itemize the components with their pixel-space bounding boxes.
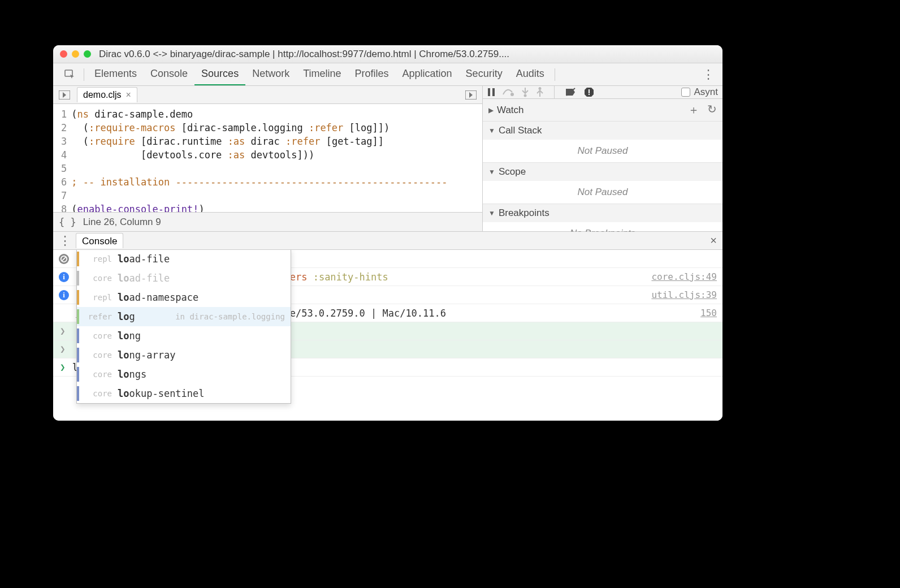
- callstack-section: ▼ Call Stack Not Paused: [483, 122, 722, 163]
- file-tab-name: demo.cljs: [83, 90, 122, 100]
- drawer-tab-console[interactable]: Console: [76, 233, 123, 248]
- block-icon: [59, 254, 69, 264]
- log-source-link[interactable]: core.cljs:49: [651, 271, 717, 282]
- info-icon: i: [59, 290, 69, 300]
- autocomplete-namespace: core: [85, 367, 112, 382]
- refresh-icon[interactable]: ↻: [707, 102, 717, 118]
- tab-profiles[interactable]: Profiles: [348, 63, 396, 85]
- chevron-down-icon: ▼: [488, 209, 495, 217]
- step-into-icon[interactable]: [521, 87, 529, 97]
- autocomplete-namespace: core: [85, 328, 112, 343]
- autocomplete-name: longs: [118, 367, 146, 382]
- pause-on-exceptions-icon[interactable]: [584, 87, 594, 97]
- autocomplete-namespace: core: [85, 271, 112, 286]
- devtools-window: Dirac v0.6.0 <-> binaryage/dirac-sample …: [53, 45, 722, 421]
- autocomplete-namespace: refer: [85, 309, 112, 324]
- svg-point-6: [524, 94, 527, 97]
- autocomplete-bar: [77, 271, 79, 286]
- autocomplete-bar: [77, 252, 79, 266]
- file-tab[interactable]: demo.cljs ×: [77, 87, 137, 102]
- content-split: demo.cljs × 123456789 (ns dirac-sample.d…: [53, 86, 722, 232]
- chevron-down-icon: ▼: [488, 168, 495, 176]
- autocomplete-item[interactable]: corelong-array: [77, 345, 291, 365]
- autocomplete-item[interactable]: corelookup-sentinel: [77, 384, 291, 403]
- log-source-link[interactable]: util.cljs:39: [651, 289, 717, 300]
- chevron-right-icon: ▶: [488, 106, 494, 114]
- autocomplete-hint: in dirac-sample.logging: [175, 309, 285, 324]
- window-title: Dirac v0.6.0 <-> binaryage/dirac-sample …: [99, 49, 509, 60]
- autocomplete-item[interactable]: referlogin dirac-sample.logging: [77, 307, 291, 326]
- autocomplete-item[interactable]: corelongs: [77, 365, 291, 384]
- scope-header[interactable]: ▼ Scope: [483, 163, 722, 181]
- tab-console[interactable]: Console: [144, 63, 194, 85]
- console-drawer: ⋮ Console × replload-filecoreload-filere…: [53, 232, 722, 421]
- sources-panel: demo.cljs × 123456789 (ns dirac-sample.d…: [53, 86, 483, 231]
- watch-section: ▶ Watch ＋ ↻: [483, 99, 722, 122]
- scope-body: Not Paused: [483, 181, 722, 204]
- run-snippet-icon[interactable]: [463, 90, 479, 100]
- watch-label: Watch: [497, 105, 524, 116]
- kebab-menu-icon[interactable]: ⋮: [694, 67, 722, 82]
- autocomplete-item[interactable]: replload-file: [77, 250, 291, 269]
- autocomplete-name: log: [118, 309, 135, 324]
- close-icon[interactable]: ×: [126, 90, 131, 100]
- debugger-sidebar: Asynt ▶ Watch ＋ ↻ ▼ Call Stack No: [483, 86, 722, 231]
- autocomplete-item[interactable]: replload-namespace: [77, 288, 291, 307]
- pause-icon[interactable]: [487, 88, 495, 97]
- autocomplete-namespace: repl: [85, 290, 112, 305]
- navigator-toggle-icon[interactable]: [57, 90, 72, 100]
- svg-rect-3: [488, 88, 490, 96]
- breakpoints-header[interactable]: ▼ Breakpoints: [483, 204, 722, 222]
- minimize-window-button[interactable]: [72, 50, 79, 58]
- main-tabs: ElementsConsoleSourcesNetworkTimelinePro…: [88, 63, 551, 85]
- editor-status-bar: { } Line 26, Column 9: [53, 212, 482, 231]
- autocomplete-item[interactable]: corelong: [77, 326, 291, 345]
- step-out-icon[interactable]: [536, 87, 544, 97]
- log-source-link[interactable]: 150: [700, 308, 717, 318]
- watch-header[interactable]: ▶ Watch ＋ ↻: [483, 99, 722, 121]
- autocomplete-bar: [77, 386, 79, 401]
- add-watch-icon[interactable]: ＋: [688, 102, 699, 118]
- tab-sources[interactable]: Sources: [194, 63, 245, 85]
- svg-rect-4: [492, 88, 495, 96]
- tab-elements[interactable]: Elements: [88, 63, 144, 85]
- step-over-icon[interactable]: [502, 88, 514, 97]
- source-tabs-bar: demo.cljs ×: [53, 86, 482, 104]
- tab-security[interactable]: Security: [459, 63, 509, 85]
- kebab-menu-icon[interactable]: ⋮: [59, 234, 76, 248]
- async-checkbox[interactable]: Asynt: [681, 87, 718, 98]
- traffic-lights: [60, 50, 91, 58]
- autocomplete-namespace: core: [85, 348, 112, 362]
- tab-timeline[interactable]: Timeline: [296, 63, 348, 85]
- zoom-window-button[interactable]: [84, 50, 91, 58]
- svg-rect-10: [589, 94, 590, 95]
- scope-section: ▼ Scope Not Paused: [483, 163, 722, 204]
- async-label: Asynt: [694, 87, 718, 98]
- autocomplete-item[interactable]: coreload-file: [77, 269, 291, 288]
- tab-audits[interactable]: Audits: [509, 63, 551, 85]
- close-icon[interactable]: ×: [710, 234, 717, 247]
- callstack-header[interactable]: ▼ Call Stack: [483, 122, 722, 140]
- toolbar-divider: [555, 68, 555, 81]
- tab-network[interactable]: Network: [245, 63, 296, 85]
- autocomplete-name: long-array: [118, 348, 175, 362]
- svg-point-7: [539, 87, 542, 90]
- code-editor[interactable]: 123456789 (ns dirac-sample.demo (:requir…: [53, 104, 482, 212]
- callstack-body: Not Paused: [483, 140, 722, 162]
- scope-label: Scope: [499, 166, 526, 178]
- debugger-toolbar: Asynt: [483, 86, 722, 99]
- autocomplete-name: load-file: [118, 271, 170, 286]
- drawer-tab-label: Console: [82, 236, 117, 247]
- code-body: (ns dirac-sample.demo (:require-macros […: [71, 104, 447, 212]
- checkbox-icon[interactable]: [681, 88, 690, 97]
- drawer-tabs: ⋮ Console ×: [53, 232, 722, 250]
- close-window-button[interactable]: [60, 50, 67, 58]
- autocomplete-namespace: core: [85, 386, 112, 401]
- chevron-right-icon: ❯: [60, 326, 66, 336]
- autocomplete-name: load-file: [118, 252, 170, 266]
- info-icon: i: [59, 272, 69, 282]
- tab-application[interactable]: Application: [396, 63, 459, 85]
- inspect-element-icon[interactable]: [60, 69, 80, 80]
- deactivate-breakpoints-icon[interactable]: [565, 87, 577, 97]
- pretty-print-icon[interactable]: { }: [59, 217, 76, 228]
